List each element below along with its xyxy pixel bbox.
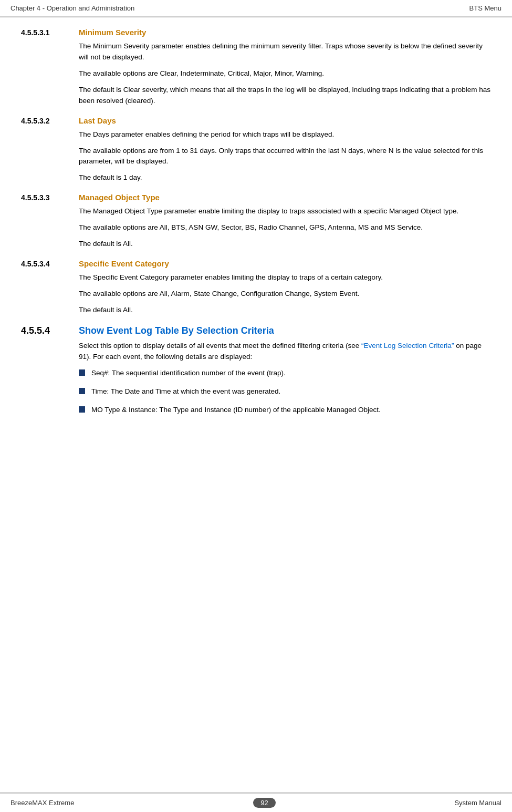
event-log-link[interactable]: “Event Log Selection Criteria” bbox=[361, 342, 454, 350]
bullet-icon-3 bbox=[79, 406, 85, 413]
bullet-icon-1 bbox=[79, 369, 85, 376]
section-45534-para1: The Specific Event Category parameter en… bbox=[21, 272, 491, 283]
section-45532-para2: The available options are from 1 to 31 d… bbox=[21, 146, 491, 168]
section-4554-title: Show Event Log Table By Selection Criter… bbox=[79, 325, 274, 336]
section-45531-para3: The default is Clear severity, which mea… bbox=[21, 85, 491, 107]
bullet-item-1: Seq#: The sequential identification numb… bbox=[21, 368, 491, 379]
footer-right: System Manual bbox=[454, 799, 501, 807]
section-4554-number: 4.5.5.4 bbox=[21, 325, 79, 336]
section-45531-para1: The Minimum Severity parameter enables d… bbox=[21, 41, 491, 63]
section-45532-para1: The Days parameter enables defining the … bbox=[21, 129, 491, 140]
section-45532: 4.5.5.3.2 Last Days The Days parameter e… bbox=[21, 116, 491, 184]
bullet-icon-2 bbox=[79, 388, 85, 394]
section-45531: 4.5.5.3.1 Minimum Severity The Minimum S… bbox=[21, 28, 491, 107]
section-45533-number: 4.5.5.3.3 bbox=[21, 193, 79, 202]
section-45534-title: Specific Event Category bbox=[79, 259, 169, 268]
section-45531-title: Minimum Severity bbox=[79, 28, 146, 37]
section-45533-header: 4.5.5.3.3 Managed Object Type bbox=[21, 193, 491, 202]
section-45533-para1: The Managed Object Type parameter enable… bbox=[21, 206, 491, 217]
bullet-item-3: MO Type & Instance: The Type and Instanc… bbox=[21, 405, 491, 416]
section-45534: 4.5.5.3.4 Specific Event Category The Sp… bbox=[21, 259, 491, 316]
section-45533-para3: The default is All. bbox=[21, 239, 491, 250]
bullet-text-1: Seq#: The sequential identification numb… bbox=[91, 368, 286, 379]
footer-left: BreezeMAX Extreme bbox=[11, 799, 74, 807]
page-container: Chapter 4 - Operation and Administration… bbox=[0, 0, 512, 812]
page-header: Chapter 4 - Operation and Administration… bbox=[0, 0, 512, 17]
section-45533: 4.5.5.3.3 Managed Object Type The Manage… bbox=[21, 193, 491, 250]
page-footer: BreezeMAX Extreme 92 System Manual bbox=[0, 793, 512, 812]
header-left: Chapter 4 - Operation and Administration bbox=[11, 4, 134, 12]
section-45531-header: 4.5.5.3.1 Minimum Severity bbox=[21, 28, 491, 37]
section-45532-header: 4.5.5.3.2 Last Days bbox=[21, 116, 491, 125]
section-4554-para1-text1: Select this option to display details of… bbox=[79, 342, 361, 350]
section-45531-number: 4.5.5.3.1 bbox=[21, 28, 79, 37]
section-4554-para1: Select this option to display details of… bbox=[21, 341, 491, 363]
section-45534-header: 4.5.5.3.4 Specific Event Category bbox=[21, 259, 491, 268]
section-45533-para2: The available options are All, BTS, ASN … bbox=[21, 222, 491, 233]
section-4554-header: 4.5.5.4 Show Event Log Table By Selectio… bbox=[21, 325, 491, 336]
footer-page-number: 92 bbox=[253, 798, 275, 808]
section-45534-para3: The default is All. bbox=[21, 305, 491, 316]
bullet-text-3: MO Type & Instance: The Type and Instanc… bbox=[91, 405, 381, 416]
bullet-text-2: Time: The Date and Time at which the eve… bbox=[91, 386, 280, 397]
section-45532-title: Last Days bbox=[79, 116, 116, 125]
bullet-item-2: Time: The Date and Time at which the eve… bbox=[21, 386, 491, 397]
section-45534-number: 4.5.5.3.4 bbox=[21, 260, 79, 268]
section-45534-para2: The available options are All, Alarm, St… bbox=[21, 289, 491, 300]
section-4554: 4.5.5.4 Show Event Log Table By Selectio… bbox=[21, 325, 491, 416]
section-45532-number: 4.5.5.3.2 bbox=[21, 117, 79, 125]
section-45531-para2: The available options are Clear, Indeter… bbox=[21, 68, 491, 79]
section-45533-title: Managed Object Type bbox=[79, 193, 160, 202]
section-45532-para3: The default is 1 day. bbox=[21, 172, 491, 183]
main-content: 4.5.5.3.1 Minimum Severity The Minimum S… bbox=[0, 17, 512, 793]
header-right: BTS Menu bbox=[469, 4, 501, 12]
